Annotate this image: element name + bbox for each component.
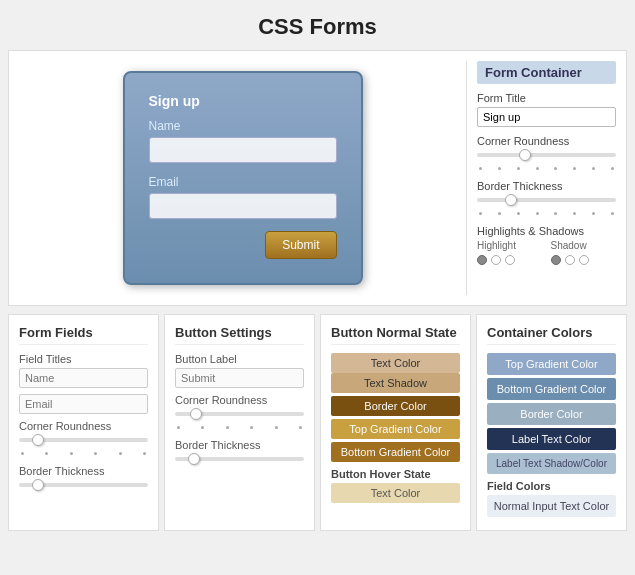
text-shadow-swatch[interactable]: Text Shadow xyxy=(331,373,460,393)
btn-border-label: Border Thickness xyxy=(175,439,304,451)
cc-normal-input-swatch[interactable]: Normal Input Text Color xyxy=(487,495,616,517)
highlight-col: Highlight xyxy=(477,240,543,265)
form-fields-panel: Form Fields Field Titles Corner Roundnes… xyxy=(8,314,159,531)
btn-corner-slider[interactable] xyxy=(175,412,304,416)
corner-roundness-dots xyxy=(477,167,616,170)
ff-corner-dots xyxy=(19,452,148,455)
submit-button[interactable]: Submit xyxy=(265,231,336,259)
btn-corner-dots xyxy=(175,426,304,429)
page-title: CSS Forms xyxy=(0,0,635,50)
name-field-label: Name xyxy=(149,119,337,133)
signup-form-container: Sign up Name Email Submit xyxy=(123,71,363,285)
name-input[interactable] xyxy=(149,137,337,163)
button-settings-panel: Button Settings Button Label Corner Roun… xyxy=(164,314,315,531)
btn-corner-label: Corner Roundness xyxy=(175,394,304,406)
bottom-gradient-swatch[interactable]: Bottom Gradient Color xyxy=(331,442,460,462)
container-colors-panel: Container Colors Top Gradient Color Bott… xyxy=(476,314,627,531)
border-thickness-label: Border Thickness xyxy=(477,180,616,192)
shadow-label: Shadow xyxy=(551,240,617,251)
ff-corner-roundness-label: Corner Roundness xyxy=(19,420,148,432)
hover-text-swatch[interactable]: Text Color xyxy=(331,483,460,503)
bottom-section: Form Fields Field Titles Corner Roundnes… xyxy=(8,314,627,531)
cc-label-text-swatch[interactable]: Label Text Color xyxy=(487,428,616,450)
button-normal-state-panel: Button Normal State Text Color Text Shad… xyxy=(320,314,471,531)
ff-corner-slider[interactable] xyxy=(19,438,148,442)
border-thickness-slider[interactable] xyxy=(477,198,616,202)
highlights-shadows-label: Highlights & Shadows xyxy=(477,225,616,237)
email-field-input[interactable] xyxy=(19,394,148,414)
corner-roundness-slider[interactable] xyxy=(477,153,616,157)
cc-label-shadow-swatch[interactable]: Label Text Shadow/Color xyxy=(487,453,616,474)
highlight-label: Highlight xyxy=(477,240,543,251)
cc-bottom-gradient-swatch[interactable]: Bottom Gradient Color xyxy=(487,378,616,400)
form-title-label: Form Title xyxy=(477,92,616,104)
border-color-swatch[interactable]: Border Color xyxy=(331,396,460,416)
button-normal-state-title: Button Normal State xyxy=(331,325,460,345)
signup-title: Sign up xyxy=(149,93,337,109)
cc-top-gradient-swatch[interactable]: Top Gradient Color xyxy=(487,353,616,375)
top-gradient-swatch[interactable]: Top Gradient Color xyxy=(331,419,460,439)
shadow-radio[interactable] xyxy=(551,255,617,265)
ff-border-thickness-label: Border Thickness xyxy=(19,465,148,477)
top-section: Sign up Name Email Submit Form Container… xyxy=(8,50,627,306)
form-fields-title: Form Fields xyxy=(19,325,148,345)
button-settings-title: Button Settings xyxy=(175,325,304,345)
email-input[interactable] xyxy=(149,193,337,219)
corner-roundness-label: Corner Roundness xyxy=(477,135,616,147)
highlights-shadows-row: Highlight Shadow xyxy=(477,240,616,265)
form-container-panel: Form Container Form Title Corner Roundne… xyxy=(466,61,616,295)
hover-state-title: Button Hover State xyxy=(331,468,460,480)
shadow-col: Shadow xyxy=(551,240,617,265)
form-preview-area: Sign up Name Email Submit xyxy=(19,61,466,295)
highlight-radio[interactable] xyxy=(477,255,543,265)
field-titles-label: Field Titles xyxy=(19,353,148,365)
form-container-title: Form Container xyxy=(477,61,616,84)
ff-border-slider[interactable] xyxy=(19,483,148,487)
cc-border-swatch[interactable]: Border Color xyxy=(487,403,616,425)
name-field-input[interactable] xyxy=(19,368,148,388)
btn-label-input[interactable] xyxy=(175,368,304,388)
form-title-input[interactable] xyxy=(477,107,616,127)
btn-border-slider[interactable] xyxy=(175,457,304,461)
btn-label-label: Button Label xyxy=(175,353,304,365)
field-colors-title: Field Colors xyxy=(487,480,616,492)
email-field-label: Email xyxy=(149,175,337,189)
container-colors-title: Container Colors xyxy=(487,325,616,345)
border-thickness-dots xyxy=(477,212,616,215)
text-color-swatch[interactable]: Text Color xyxy=(331,353,460,373)
